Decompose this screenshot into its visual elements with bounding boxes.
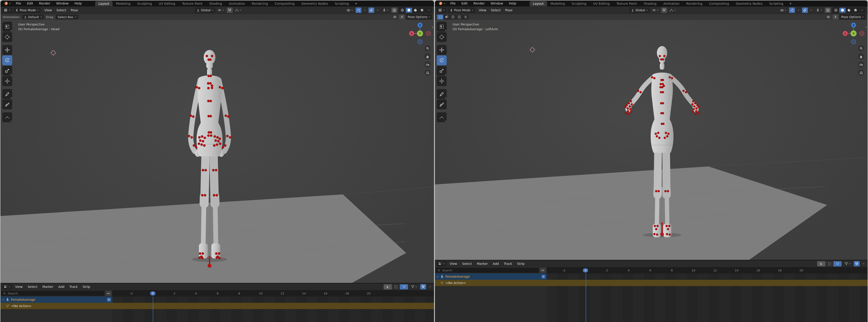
track-checkbox[interactable]: ✓: [107, 298, 111, 301]
workspace-tab[interactable]: UV Editing: [590, 1, 613, 6]
select-mode-new[interactable]: [437, 15, 443, 20]
3d-viewport[interactable]: User Perspective (0) FemaleAverage : Lef…: [435, 20, 868, 260]
workspace-tab[interactable]: Geometry Nodes: [733, 1, 766, 6]
3d-viewport[interactable]: User Perspective (0) FemaleAverage : Hea…: [0, 20, 434, 283]
nla-menu-item[interactable]: Add: [490, 262, 501, 265]
shading-rendered-button[interactable]: [419, 8, 425, 13]
snap-toggle-button[interactable]: [227, 7, 232, 13]
zoom-button[interactable]: [425, 45, 431, 51]
transform-orientation-dropdown[interactable]: Global: [195, 7, 215, 13]
nla-editor-type-button[interactable]: [2, 284, 12, 289]
workspace-tab[interactable]: Animation: [225, 1, 248, 6]
search-field[interactable]: [1, 291, 104, 296]
sidebar-toggle-arrow[interactable]: ‹: [432, 25, 433, 29]
add-workspace-button[interactable]: +: [352, 1, 360, 6]
shading-material-button[interactable]: [412, 8, 418, 13]
shading-dropdown[interactable]: [426, 8, 432, 13]
move-tool[interactable]: [2, 45, 12, 55]
shading-wireframe-button[interactable]: [399, 8, 405, 13]
select-box-tool[interactable]: [2, 22, 12, 32]
mode-select-dropdown[interactable]: Pose Mode: [448, 7, 475, 13]
nla-track-area[interactable]: [112, 296, 434, 322]
select-mode-subtract[interactable]: [450, 15, 456, 20]
tweak-select-button[interactable]: [383, 284, 392, 289]
track-checkbox[interactable]: ✓: [541, 275, 545, 279]
orientation-dropdown[interactable]: Default: [22, 15, 44, 20]
mode-select-dropdown[interactable]: Pose Mode: [13, 7, 41, 13]
object-visibility-dropdown[interactable]: [345, 7, 354, 13]
expand-chevron-icon[interactable]: [436, 276, 439, 278]
pose-options-dropdown[interactable]: Pose Options: [406, 14, 432, 20]
tweak-select-button[interactable]: [817, 261, 825, 266]
3d-model-femaleaverage[interactable]: [606, 44, 719, 239]
box-select-button[interactable]: [392, 284, 400, 289]
menubar-item[interactable]: Edit: [458, 0, 470, 6]
blender-menu-button[interactable]: [437, 1, 447, 5]
channel-resize-button[interactable]: ↔: [540, 268, 546, 273]
mirror-x-button[interactable]: X: [833, 15, 838, 20]
shading-solid-button[interactable]: [839, 8, 846, 13]
keyframe-view-button[interactable]: [400, 284, 408, 289]
pose-breakdowner-tool[interactable]: [437, 112, 447, 122]
menubar-item[interactable]: Render: [36, 0, 53, 6]
workspace-tab[interactable]: Rendering: [248, 1, 272, 6]
shading-rendered-button[interactable]: [852, 8, 859, 13]
workspace-tab[interactable]: Modeling: [113, 1, 134, 6]
keyframe-view-button[interactable]: [833, 261, 842, 266]
search-input[interactable]: [7, 291, 103, 295]
pan-button[interactable]: [858, 53, 864, 59]
nla-menu-item[interactable]: Add: [56, 285, 67, 289]
measure-tool[interactable]: [2, 99, 12, 109]
nla-snap-dropdown[interactable]: [428, 284, 432, 289]
measure-tool[interactable]: [437, 99, 447, 109]
gizmos-dropdown[interactable]: [796, 7, 801, 13]
shading-dropdown[interactable]: [859, 8, 865, 13]
nla-menu-item[interactable]: Select: [25, 285, 40, 289]
nla-menu-item[interactable]: Marker: [474, 262, 490, 265]
nla-track-femaleaverage[interactable]: FemaleAverage ✓: [0, 296, 112, 303]
nla-track-femaleaverage[interactable]: FemaleAverage ✓: [435, 273, 547, 280]
shading-material-button[interactable]: [846, 8, 852, 13]
select-mode-extend[interactable]: [443, 15, 450, 20]
workspace-tab[interactable]: Shading: [640, 1, 660, 6]
annotate-tool[interactable]: [437, 89, 447, 99]
select-mode-intersect[interactable]: [463, 15, 469, 20]
menubar-item[interactable]: File: [447, 0, 458, 6]
toggle-xray-button[interactable]: [825, 7, 831, 13]
nla-snap-toggle[interactable]: [420, 284, 426, 289]
3d-model-femaleaverage[interactable]: [177, 46, 242, 269]
workspace-tab[interactable]: Compositing: [271, 1, 298, 6]
search-field[interactable]: [436, 268, 539, 273]
viewport-menu-item[interactable]: Pose: [503, 8, 515, 12]
cursor-tool[interactable]: [2, 32, 12, 42]
move-tool[interactable]: [437, 45, 447, 55]
viewport-menu-item[interactable]: View: [42, 8, 54, 12]
frame-ruler[interactable]: -202468101214161820: [112, 290, 434, 296]
show-overlays-toggle[interactable]: [368, 7, 374, 13]
nla-strip-no-action[interactable]: <No Action>: [435, 280, 868, 286]
navigation-gizmo[interactable]: [409, 22, 431, 45]
snap-toggle-button[interactable]: [661, 7, 667, 13]
channel-resize-button[interactable]: ↔: [105, 291, 112, 296]
playhead[interactable]: [586, 273, 586, 322]
nla-menu-item[interactable]: Track: [67, 285, 80, 289]
workspace-tab[interactable]: Sculpting: [134, 1, 155, 6]
pose-breakdowner-tool[interactable]: [2, 112, 12, 122]
gizmos-dropdown[interactable]: [363, 7, 367, 13]
scale-tool[interactable]: [437, 66, 447, 76]
expand-chevron-icon[interactable]: [2, 299, 4, 300]
pivot-point-dropdown[interactable]: [651, 7, 660, 13]
sidebar-toggle-arrow[interactable]: ‹: [865, 25, 867, 29]
rotate-tool[interactable]: [437, 55, 447, 65]
nla-menu-item[interactable]: View: [13, 285, 25, 289]
nla-menu-item[interactable]: Marker: [40, 285, 56, 289]
drag-mode-dropdown[interactable]: Select Box: [56, 15, 78, 20]
annotate-tool[interactable]: [2, 89, 12, 99]
rotate-tool[interactable]: [2, 55, 12, 65]
nla-menu-item[interactable]: Track: [501, 262, 515, 265]
scale-tool[interactable]: [2, 66, 12, 76]
add-workspace-button[interactable]: +: [786, 1, 794, 6]
workspace-tab[interactable]: Geometry Nodes: [298, 1, 331, 6]
snap-target-dropdown[interactable]: [234, 7, 243, 13]
show-overlays-toggle[interactable]: [802, 7, 808, 13]
